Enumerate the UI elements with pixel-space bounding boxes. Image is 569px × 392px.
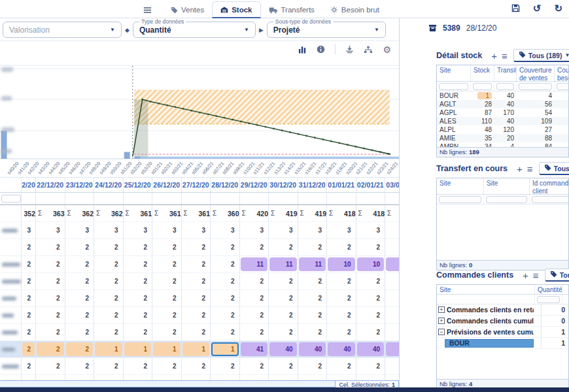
grid-cell[interactable]: 2 — [124, 375, 153, 380]
grid-cell[interactable]: 2 — [385, 307, 399, 324]
grid-sum-cell[interactable]: 352 — [22, 205, 36, 222]
grid-cell[interactable]: 2 — [36, 273, 65, 290]
grid-cell[interactable]: 2 — [240, 290, 269, 307]
collapse-icon[interactable]: − — [438, 329, 445, 335]
grid-cell[interactable]: 2 — [240, 307, 269, 324]
grid-date-header[interactable]: 24/12/20 — [94, 178, 124, 193]
add-icon[interactable]: + — [517, 164, 523, 174]
grid-date-header[interactable]: 03/01/21 — [385, 178, 399, 193]
grid-date-header[interactable]: 02/01/21 — [356, 178, 386, 193]
grid-cell[interactable]: 2 — [182, 256, 211, 273]
grid-cell[interactable]: 2 — [182, 307, 211, 324]
grid-cell[interactable]: 2 — [94, 290, 124, 307]
grid-cell[interactable]: 2 — [36, 239, 65, 256]
grid-date-header[interactable]: 01/01/21 — [327, 178, 356, 193]
grid-cell[interactable]: 2 — [385, 273, 399, 290]
tab-transferts[interactable]: Transferts — [261, 1, 322, 18]
grid-cell[interactable]: 3 — [269, 222, 298, 239]
tab-stock[interactable]: Stock — [212, 1, 260, 18]
grid-cell[interactable]: 2 — [22, 273, 36, 290]
grid-cell[interactable]: 41 — [240, 341, 269, 358]
grid-cell[interactable]: 2 — [211, 256, 240, 273]
grid-cell[interactable]: 1 — [182, 341, 211, 358]
grid-cell[interactable]: 2 — [22, 256, 36, 273]
column-filter-input[interactable] — [473, 83, 492, 90]
grid-cell[interactable]: 2 — [124, 290, 153, 307]
grid-cell[interactable]: 2 — [152, 324, 182, 341]
grid-cell[interactable]: 2 — [211, 307, 240, 324]
grid-cell[interactable]: 2 — [298, 375, 328, 380]
grid-cell[interactable]: 2 — [356, 358, 386, 375]
list-icon[interactable]: ≡ — [533, 270, 539, 280]
grid-cell[interactable]: 2 — [327, 358, 356, 375]
grid-cell[interactable]: 3 — [22, 222, 36, 239]
add-icon[interactable]: + — [491, 51, 497, 61]
save-icon[interactable] — [511, 4, 520, 12]
grid-cell[interactable]: 2 — [240, 324, 269, 341]
grid-cell[interactable]: 2 — [36, 341, 65, 358]
grid-cell[interactable]: 2 — [22, 239, 36, 256]
tree-row[interactable]: +Commandes clients en retard(1)0 — [437, 304, 568, 316]
grid-cell[interactable]: 2 — [36, 358, 65, 375]
grid-cell[interactable]: 2 — [385, 358, 399, 375]
grid-sum-cell[interactable]: Σ360 — [211, 205, 240, 222]
grid-sum-cell[interactable]: Σ419 — [298, 205, 328, 222]
grid-sum-cell[interactable]: Σ419 — [269, 205, 298, 222]
grid-cell[interactable]: 2 — [327, 290, 356, 307]
grid-cell[interactable]: 2 — [65, 273, 95, 290]
grid-cell[interactable]: 40 — [298, 341, 328, 358]
table-row[interactable]: ALPL4812027 — [437, 125, 568, 134]
grid-cell[interactable]: 2 — [327, 239, 356, 256]
grid-date-header[interactable]: 23/12/20 — [65, 178, 95, 193]
grid-cell[interactable]: 2 — [211, 273, 240, 290]
grid-sum-cell[interactable]: Σ418 — [356, 205, 386, 222]
grid-cell[interactable]: 2 — [22, 375, 36, 380]
list-icon[interactable]: ≡ — [527, 164, 533, 174]
grid-cell[interactable]: 2 — [65, 375, 95, 380]
grid-sum-cell[interactable]: Σ418 — [327, 205, 356, 222]
grid-cell[interactable]: 2 — [356, 324, 386, 341]
grid-cell[interactable]: 11 — [298, 256, 328, 273]
grid-cell[interactable]: 2 — [269, 375, 298, 380]
grid-cell[interactable]: 2 — [211, 358, 240, 375]
grid-cell[interactable]: 2 — [182, 273, 211, 290]
grid-cell[interactable]: 2 — [269, 290, 298, 307]
grid-cell[interactable]: 2 — [298, 307, 328, 324]
grid-cell[interactable]: 2 — [211, 290, 240, 307]
grid-cell[interactable]: 2 — [240, 239, 269, 256]
info-icon[interactable] — [317, 45, 325, 54]
grid-cell[interactable]: 40 — [385, 341, 399, 358]
grid-cell[interactable]: 2 — [65, 307, 95, 324]
grid-cell[interactable]: 2 — [152, 256, 182, 273]
grid-cell[interactable]: 2 — [269, 239, 298, 256]
grid-cell[interactable]: 2 — [356, 307, 386, 324]
grid-sum-cell[interactable]: Σ361 — [182, 205, 211, 222]
grid-cell[interactable]: 2 — [65, 324, 95, 341]
grid-cell[interactable]: 2 — [182, 290, 211, 307]
grid-cell[interactable]: 1 — [124, 341, 153, 358]
grid-cell[interactable]: 3 — [152, 222, 182, 239]
grid-cell[interactable]: 2 — [22, 290, 36, 307]
grid-cell[interactable]: 10 — [327, 256, 356, 273]
grid-cell[interactable]: 2 — [182, 375, 211, 380]
grid-cell[interactable]: 2 — [327, 273, 356, 290]
tree-row[interactable]: BOUR1 — [437, 338, 568, 349]
grid-cell[interactable]: 10 — [356, 256, 386, 273]
column-filter-input[interactable] — [557, 83, 569, 90]
grid-cell[interactable]: 2 — [36, 375, 65, 380]
grid-cell[interactable]: 3 — [298, 222, 328, 239]
tag-filter-button[interactable]: Tous (0)▼ — [539, 162, 569, 175]
grid-cell[interactable]: 2 — [94, 324, 124, 341]
grid-cell[interactable]: 2 — [152, 358, 182, 375]
grid-cell[interactable]: 2 — [269, 358, 298, 375]
grid-cell[interactable]: 2 — [36, 307, 65, 324]
expand-icon[interactable]: + — [438, 306, 445, 313]
grid-cell[interactable]: 3 — [385, 222, 399, 239]
grid-cell[interactable]: 3 — [124, 222, 153, 239]
grid-cell[interactable]: 2 — [36, 290, 65, 307]
grid-date-header[interactable]: 31/12/20 — [298, 178, 328, 193]
grid-cell[interactable]: 2 — [356, 375, 386, 380]
grid-sum-cell[interactable]: Σ418 — [385, 205, 399, 222]
grid-cell[interactable]: 2 — [356, 290, 386, 307]
grid-cell[interactable]: 2 — [94, 239, 124, 256]
